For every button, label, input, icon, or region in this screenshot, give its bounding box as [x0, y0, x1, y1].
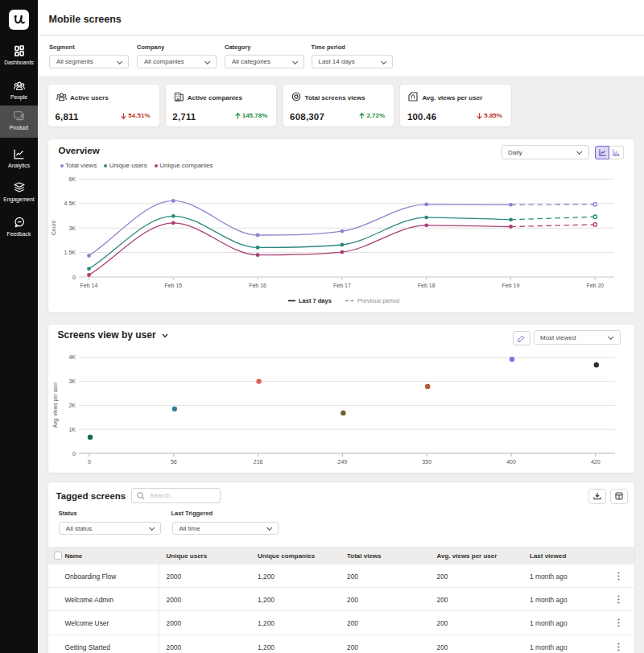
svg-text:0: 0	[72, 451, 76, 457]
svg-text:216: 216	[254, 459, 263, 465]
svg-text:3K: 3K	[68, 225, 76, 231]
svg-text:249: 249	[338, 459, 348, 465]
svg-text:1.5K: 1.5K	[64, 250, 76, 255]
svg-text:400: 400	[506, 459, 516, 465]
svg-text:Feb 16: Feb 16	[249, 283, 266, 288]
svg-text:420: 420	[591, 459, 601, 465]
svg-text:Feb 18: Feb 18	[418, 283, 436, 288]
svg-text:Feb 20: Feb 20	[586, 283, 604, 288]
svg-text:56: 56	[171, 459, 177, 465]
svg-text:Last 7 days: Last 7 days	[299, 297, 332, 304]
svg-text:0: 0	[88, 459, 91, 465]
svg-text:2K: 2K	[68, 403, 76, 408]
svg-text:6K: 6K	[68, 176, 76, 182]
svg-text:Feb 15: Feb 15	[164, 283, 182, 288]
svg-text:Avg. views per user: Avg. views per user	[52, 382, 59, 428]
svg-text:350: 350	[422, 459, 431, 465]
svg-text:4.5K: 4.5K	[64, 200, 76, 206]
svg-text:1K: 1K	[68, 427, 76, 432]
svg-text:Count: Count	[51, 221, 56, 235]
svg-text:Feb 14: Feb 14	[80, 283, 98, 288]
svg-text:0: 0	[72, 275, 76, 280]
svg-text:Feb 19: Feb 19	[502, 283, 520, 288]
svg-text:3K: 3K	[68, 378, 76, 384]
svg-text:4K: 4K	[68, 354, 76, 360]
svg-text:Feb 17: Feb 17	[333, 283, 351, 288]
svg-text:Previous period: Previous period	[357, 297, 399, 304]
